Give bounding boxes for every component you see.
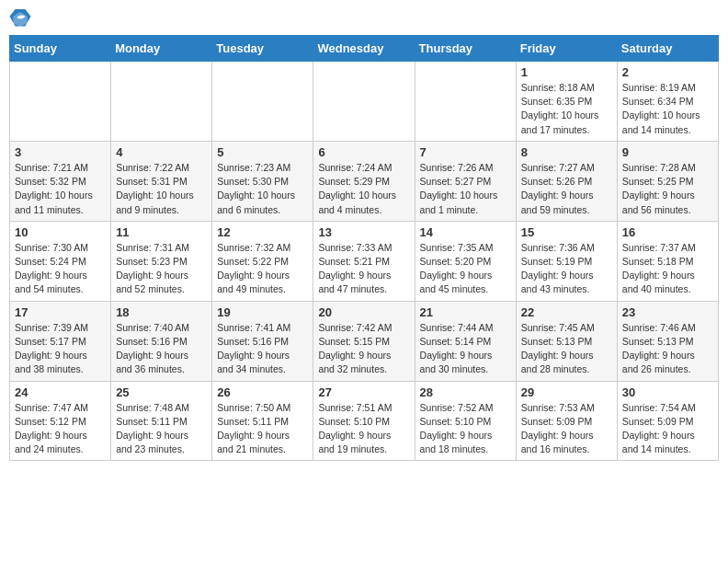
day-number: 26 xyxy=(217,385,308,399)
day-info: Sunrise: 7:54 AM Sunset: 5:09 PM Dayligh… xyxy=(622,401,713,457)
day-info: Sunrise: 7:48 AM Sunset: 5:11 PM Dayligh… xyxy=(116,401,207,457)
calendar-week-row: 3Sunrise: 7:21 AM Sunset: 5:32 PM Daylig… xyxy=(10,141,719,221)
day-info: Sunrise: 7:39 AM Sunset: 5:17 PM Dayligh… xyxy=(15,321,106,377)
calendar-cell: 17Sunrise: 7:39 AM Sunset: 5:17 PM Dayli… xyxy=(10,301,111,381)
calendar-cell: 18Sunrise: 7:40 AM Sunset: 5:16 PM Dayli… xyxy=(111,301,212,381)
day-number: 8 xyxy=(521,145,612,159)
day-number: 9 xyxy=(622,145,713,159)
logo xyxy=(9,9,35,28)
day-number: 13 xyxy=(318,225,409,239)
day-number: 28 xyxy=(420,385,511,399)
calendar-cell: 15Sunrise: 7:36 AM Sunset: 5:19 PM Dayli… xyxy=(516,221,617,301)
calendar-cell: 19Sunrise: 7:41 AM Sunset: 5:16 PM Dayli… xyxy=(212,301,313,381)
day-number: 11 xyxy=(116,225,207,239)
day-info: Sunrise: 7:35 AM Sunset: 5:20 PM Dayligh… xyxy=(420,241,511,297)
day-number: 18 xyxy=(116,305,207,319)
calendar-cell: 28Sunrise: 7:52 AM Sunset: 5:10 PM Dayli… xyxy=(415,381,516,461)
day-number: 25 xyxy=(116,385,207,399)
day-info: Sunrise: 7:41 AM Sunset: 5:16 PM Dayligh… xyxy=(217,321,308,377)
calendar-cell: 2Sunrise: 8:19 AM Sunset: 6:34 PM Daylig… xyxy=(617,62,718,142)
day-info: Sunrise: 7:30 AM Sunset: 5:24 PM Dayligh… xyxy=(15,241,106,297)
day-number: 29 xyxy=(521,385,612,399)
calendar-cell: 11Sunrise: 7:31 AM Sunset: 5:23 PM Dayli… xyxy=(111,221,212,301)
calendar-cell: 8Sunrise: 7:27 AM Sunset: 5:26 PM Daylig… xyxy=(516,141,617,221)
day-info: Sunrise: 7:21 AM Sunset: 5:32 PM Dayligh… xyxy=(15,161,106,217)
day-number: 12 xyxy=(217,225,308,239)
day-number: 27 xyxy=(318,385,409,399)
day-number: 3 xyxy=(15,145,106,159)
header xyxy=(9,9,719,28)
calendar-header-monday: Monday xyxy=(111,36,212,62)
calendar-cell: 25Sunrise: 7:48 AM Sunset: 5:11 PM Dayli… xyxy=(111,381,212,461)
day-number: 15 xyxy=(521,225,612,239)
calendar-header-thursday: Thursday xyxy=(415,36,516,62)
day-info: Sunrise: 7:32 AM Sunset: 5:22 PM Dayligh… xyxy=(217,241,308,297)
day-number: 4 xyxy=(116,145,207,159)
calendar-cell: 12Sunrise: 7:32 AM Sunset: 5:22 PM Dayli… xyxy=(212,221,313,301)
day-number: 10 xyxy=(15,225,106,239)
calendar-cell: 9Sunrise: 7:28 AM Sunset: 5:25 PM Daylig… xyxy=(617,141,718,221)
calendar-cell xyxy=(313,62,415,142)
calendar-header-friday: Friday xyxy=(516,36,617,62)
day-info: Sunrise: 7:23 AM Sunset: 5:30 PM Dayligh… xyxy=(217,161,308,217)
calendar-header-saturday: Saturday xyxy=(617,36,718,62)
day-info: Sunrise: 7:47 AM Sunset: 5:12 PM Dayligh… xyxy=(15,401,106,457)
calendar-cell: 7Sunrise: 7:26 AM Sunset: 5:27 PM Daylig… xyxy=(415,141,516,221)
calendar-cell: 29Sunrise: 7:53 AM Sunset: 5:09 PM Dayli… xyxy=(516,381,617,461)
day-info: Sunrise: 7:36 AM Sunset: 5:19 PM Dayligh… xyxy=(521,241,612,297)
day-info: Sunrise: 7:44 AM Sunset: 5:14 PM Dayligh… xyxy=(420,321,511,377)
day-info: Sunrise: 7:45 AM Sunset: 5:13 PM Dayligh… xyxy=(521,321,612,377)
day-number: 21 xyxy=(420,305,511,319)
day-number: 7 xyxy=(420,145,511,159)
day-number: 16 xyxy=(622,225,713,239)
day-info: Sunrise: 7:24 AM Sunset: 5:29 PM Dayligh… xyxy=(318,161,409,217)
calendar-header-sunday: Sunday xyxy=(10,36,111,62)
day-number: 30 xyxy=(622,385,713,399)
day-number: 24 xyxy=(15,385,106,399)
day-info: Sunrise: 8:18 AM Sunset: 6:35 PM Dayligh… xyxy=(521,81,612,137)
calendar-cell: 21Sunrise: 7:44 AM Sunset: 5:14 PM Dayli… xyxy=(415,301,516,381)
day-info: Sunrise: 7:33 AM Sunset: 5:21 PM Dayligh… xyxy=(318,241,409,297)
day-number: 20 xyxy=(318,305,409,319)
calendar-cell: 10Sunrise: 7:30 AM Sunset: 5:24 PM Dayli… xyxy=(10,221,111,301)
day-info: Sunrise: 7:31 AM Sunset: 5:23 PM Dayligh… xyxy=(116,241,207,297)
calendar-cell: 1Sunrise: 8:18 AM Sunset: 6:35 PM Daylig… xyxy=(516,62,617,142)
calendar-cell: 3Sunrise: 7:21 AM Sunset: 5:32 PM Daylig… xyxy=(10,141,111,221)
day-number: 23 xyxy=(622,305,713,319)
day-info: Sunrise: 7:26 AM Sunset: 5:27 PM Dayligh… xyxy=(420,161,511,217)
calendar-cell: 13Sunrise: 7:33 AM Sunset: 5:21 PM Dayli… xyxy=(313,221,415,301)
day-number: 19 xyxy=(217,305,308,319)
day-number: 2 xyxy=(622,65,713,79)
calendar-header-row: SundayMondayTuesdayWednesdayThursdayFrid… xyxy=(10,36,719,62)
day-info: Sunrise: 7:37 AM Sunset: 5:18 PM Dayligh… xyxy=(622,241,713,297)
day-info: Sunrise: 7:51 AM Sunset: 5:10 PM Dayligh… xyxy=(318,401,409,457)
day-number: 6 xyxy=(318,145,409,159)
calendar-cell: 30Sunrise: 7:54 AM Sunset: 5:09 PM Dayli… xyxy=(617,381,718,461)
logo-icon xyxy=(9,9,31,28)
day-number: 5 xyxy=(217,145,308,159)
day-info: Sunrise: 8:19 AM Sunset: 6:34 PM Dayligh… xyxy=(622,81,713,137)
calendar-cell: 26Sunrise: 7:50 AM Sunset: 5:11 PM Dayli… xyxy=(212,381,313,461)
calendar-header-tuesday: Tuesday xyxy=(212,36,313,62)
calendar-header-wednesday: Wednesday xyxy=(313,36,415,62)
day-info: Sunrise: 7:53 AM Sunset: 5:09 PM Dayligh… xyxy=(521,401,612,457)
calendar-cell xyxy=(10,62,111,142)
day-info: Sunrise: 7:46 AM Sunset: 5:13 PM Dayligh… xyxy=(622,321,713,377)
calendar-cell: 27Sunrise: 7:51 AM Sunset: 5:10 PM Dayli… xyxy=(313,381,415,461)
day-info: Sunrise: 7:40 AM Sunset: 5:16 PM Dayligh… xyxy=(116,321,207,377)
calendar-week-row: 1Sunrise: 8:18 AM Sunset: 6:35 PM Daylig… xyxy=(10,62,719,142)
calendar-week-row: 24Sunrise: 7:47 AM Sunset: 5:12 PM Dayli… xyxy=(10,381,719,461)
day-info: Sunrise: 7:50 AM Sunset: 5:11 PM Dayligh… xyxy=(217,401,308,457)
calendar-cell: 16Sunrise: 7:37 AM Sunset: 5:18 PM Dayli… xyxy=(617,221,718,301)
calendar-table: SundayMondayTuesdayWednesdayThursdayFrid… xyxy=(9,35,719,461)
calendar-cell: 23Sunrise: 7:46 AM Sunset: 5:13 PM Dayli… xyxy=(617,301,718,381)
calendar-cell xyxy=(415,62,516,142)
calendar-cell: 22Sunrise: 7:45 AM Sunset: 5:13 PM Dayli… xyxy=(516,301,617,381)
day-info: Sunrise: 7:28 AM Sunset: 5:25 PM Dayligh… xyxy=(622,161,713,217)
calendar-week-row: 17Sunrise: 7:39 AM Sunset: 5:17 PM Dayli… xyxy=(10,301,719,381)
calendar-cell: 14Sunrise: 7:35 AM Sunset: 5:20 PM Dayli… xyxy=(415,221,516,301)
calendar-cell: 5Sunrise: 7:23 AM Sunset: 5:30 PM Daylig… xyxy=(212,141,313,221)
day-number: 14 xyxy=(420,225,511,239)
day-number: 22 xyxy=(521,305,612,319)
calendar-week-row: 10Sunrise: 7:30 AM Sunset: 5:24 PM Dayli… xyxy=(10,221,719,301)
